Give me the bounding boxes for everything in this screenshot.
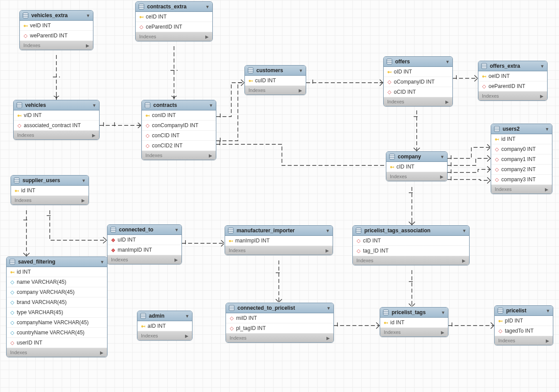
indexes-row[interactable]: Indexes ▶ <box>245 86 306 95</box>
expand-icon[interactable]: ▶ <box>205 34 209 39</box>
table-header[interactable]: connected_to_pricelist ▼ <box>226 303 333 313</box>
table-column[interactable]: aID INT <box>137 321 192 331</box>
table-contracts[interactable]: contracts ▼ conID INT conCompanyID INT c… <box>141 100 216 160</box>
table-column[interactable]: id INT <box>7 267 107 277</box>
table-column[interactable]: oeID INT <box>478 71 547 81</box>
table-column[interactable]: company1 INT <box>491 154 552 165</box>
table-column[interactable]: tag_ID INT <box>353 246 469 256</box>
table-column[interactable]: conCID2 INT <box>142 141 216 151</box>
table-column[interactable]: manImpID INT <box>107 245 181 255</box>
table-column[interactable]: company2 INT <box>491 165 552 175</box>
expand-icon[interactable]: ▶ <box>86 43 89 48</box>
table-supplier_users[interactable]: supplier_users ▼ id INT Indexes ▶ <box>11 175 89 205</box>
indexes-row[interactable]: Indexes ▶ <box>478 92 547 100</box>
table-column[interactable]: miID INT <box>226 313 333 323</box>
table-column[interactable]: associated_contract INT <box>14 121 99 131</box>
indexes-row[interactable]: Indexes ▶ <box>491 185 552 194</box>
expand-icon[interactable]: ▶ <box>174 257 178 262</box>
table-header[interactable]: offers_extra ▼ <box>478 61 547 71</box>
collapse-icon[interactable]: ▼ <box>546 308 550 313</box>
table-header[interactable]: vehicles ▼ <box>14 100 99 110</box>
indexes-row[interactable]: Indexes ▶ <box>142 151 216 160</box>
expand-icon[interactable]: ▶ <box>326 336 330 341</box>
indexes-row[interactable]: Indexes ▶ <box>7 348 107 357</box>
table-column[interactable]: companyName VARCHAR(45) <box>7 318 107 328</box>
expand-icon[interactable]: ▶ <box>440 174 444 179</box>
expand-icon[interactable]: ▶ <box>540 94 544 99</box>
table-connected_to[interactable]: connected_to ▼ uID INT manImpID INT Inde… <box>107 224 182 264</box>
table-vehicles[interactable]: vehicles ▼ vID INT associated_contract I… <box>13 100 100 140</box>
indexes-row[interactable]: Indexes ▶ <box>20 41 93 50</box>
table-pricelist[interactable]: pricelist ▼ pID INT tagedTo INT Indexes … <box>494 305 553 345</box>
table-column[interactable]: conID INT <box>142 110 216 121</box>
expand-icon[interactable]: ▶ <box>299 88 302 93</box>
table-header[interactable]: pricelist ▼ <box>495 306 553 316</box>
table-header[interactable]: vehicles_extra ▼ <box>20 11 93 21</box>
indexes-row[interactable]: Indexes ▶ <box>495 336 553 345</box>
table-column[interactable]: manImpID INT <box>225 236 333 246</box>
collapse-icon[interactable]: ▼ <box>86 13 90 18</box>
table-column[interactable]: company0 INT <box>491 144 552 154</box>
collapse-icon[interactable]: ▼ <box>545 127 549 132</box>
table-header[interactable]: saved_filtering ▼ <box>7 257 107 267</box>
collapse-icon[interactable]: ▼ <box>440 154 444 159</box>
indexes-row[interactable]: Indexes ▶ <box>107 255 181 264</box>
table-header[interactable]: supplier_users ▼ <box>11 176 89 186</box>
table-customers[interactable]: customers ▼ cuID INT Indexes ▶ <box>244 65 306 95</box>
table-column[interactable]: company3 INT <box>491 175 552 185</box>
table-users2[interactable]: users2 ▼ id INT company0 INT company1 IN… <box>491 124 552 194</box>
table-vehicles_extra[interactable]: vehicles_extra ▼ veID INT weParentID INT… <box>19 10 93 50</box>
table-company[interactable]: company ▼ cID INT Indexes ▶ <box>386 151 448 181</box>
collapse-icon[interactable]: ▼ <box>92 103 96 108</box>
expand-icon[interactable]: ▶ <box>185 333 189 338</box>
indexes-row[interactable]: Indexes ▶ <box>226 333 333 342</box>
table-column[interactable]: pID INT <box>495 316 553 326</box>
table-column[interactable]: conCompanyID INT <box>142 121 216 131</box>
expand-icon[interactable]: ▶ <box>445 99 449 104</box>
table-column[interactable]: userID INT <box>7 338 107 348</box>
indexes-row[interactable]: Indexes ▶ <box>225 246 333 255</box>
collapse-icon[interactable]: ▼ <box>81 178 86 183</box>
table-column[interactable]: company VARCHAR(45) <box>7 287 107 297</box>
table-column[interactable]: cID INT <box>386 162 447 172</box>
table-column[interactable]: id INT <box>11 186 89 196</box>
table-header[interactable]: contracts ▼ <box>142 100 216 110</box>
indexes-row[interactable]: Indexes ▶ <box>11 196 89 205</box>
table-column[interactable]: cuID INT <box>245 76 306 86</box>
table-column[interactable]: weParentID INT <box>20 31 93 41</box>
expand-icon[interactable]: ▶ <box>81 198 85 203</box>
table-offers[interactable]: offers ▼ oID INT oCompanyID INT oCID INT… <box>383 56 453 106</box>
table-header[interactable]: pricelist_tags ▼ <box>380 308 448 318</box>
collapse-icon[interactable]: ▼ <box>205 4 210 9</box>
table-column[interactable]: countryName VARCHAR(45) <box>7 328 107 338</box>
expand-icon[interactable]: ▶ <box>209 153 212 158</box>
table-header[interactable]: admin ▼ <box>137 311 192 321</box>
table-column[interactable]: tagedTo INT <box>495 326 553 336</box>
table-pricelist_tags[interactable]: pricelist_tags ▼ id INT Indexes ▶ <box>380 307 448 337</box>
table-column[interactable]: id INT <box>491 134 552 144</box>
table-contracts_extra[interactable]: contracts_extra ▼ ceID INT ceParentID IN… <box>135 1 213 41</box>
table-offers_extra[interactable]: offers_extra ▼ oeID INT oeParentID INT I… <box>478 61 548 101</box>
table-header[interactable]: manufacturer_importer ▼ <box>225 226 333 236</box>
table-column[interactable]: uID INT <box>107 235 181 245</box>
table-header[interactable]: company ▼ <box>386 152 447 162</box>
table-column[interactable]: brand VARCHAR(45) <box>7 297 107 308</box>
collapse-icon[interactable]: ▼ <box>299 68 303 73</box>
table-header[interactable]: connected_to ▼ <box>107 225 181 235</box>
table-header[interactable]: customers ▼ <box>245 66 306 76</box>
table-column[interactable]: conCID INT <box>142 131 216 141</box>
collapse-icon[interactable]: ▼ <box>441 310 445 315</box>
collapse-icon[interactable]: ▼ <box>209 103 213 108</box>
table-header[interactable]: offers ▼ <box>384 57 452 67</box>
table-header[interactable]: users2 ▼ <box>491 124 552 134</box>
table-header[interactable]: contracts_extra ▼ <box>136 2 212 12</box>
table-column[interactable]: oeParentID INT <box>478 81 547 92</box>
expand-icon[interactable]: ▶ <box>545 187 548 192</box>
table-saved_filtering[interactable]: saved_filtering ▼ id INT name VARCHAR(45… <box>6 256 107 357</box>
table-column[interactable]: name VARCHAR(45) <box>7 277 107 287</box>
table-connected_to_pricelist[interactable]: connected_to_pricelist ▼ miID INT pl_tag… <box>226 303 334 343</box>
indexes-row[interactable]: Indexes ▶ <box>137 331 192 340</box>
expand-icon[interactable]: ▶ <box>546 338 549 343</box>
table-column[interactable]: veID INT <box>20 21 93 31</box>
collapse-icon[interactable]: ▼ <box>462 228 466 233</box>
